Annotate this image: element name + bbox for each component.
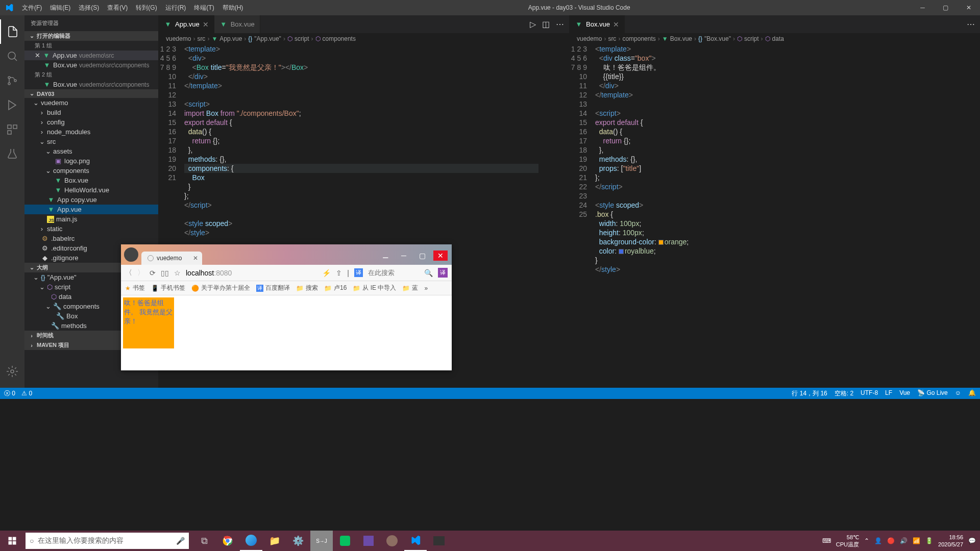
menu-help[interactable]: 帮助(H) bbox=[218, 4, 248, 12]
status-warnings[interactable]: ⚠ 0 bbox=[21, 390, 32, 397]
settings-gear-icon[interactable] bbox=[0, 359, 24, 384]
bookmark-contest[interactable]: 🟠关于举办第十届全 bbox=[191, 284, 250, 292]
browser-maximize[interactable]: ▢ bbox=[415, 251, 429, 261]
search-icon[interactable]: 🔍 bbox=[424, 269, 433, 277]
tab-app-vue[interactable]: ▼App.vue✕ bbox=[159, 15, 214, 33]
browser-search-input[interactable] bbox=[368, 269, 419, 277]
open-editor-box-vue-2[interactable]: ▼Box.vuevuedemo\src\components bbox=[24, 80, 158, 89]
tray-keyboard-icon[interactable]: ⌨ bbox=[822, 537, 831, 544]
folder-node-modules[interactable]: ›node_modules bbox=[24, 127, 158, 137]
run-icon[interactable]: ▷ bbox=[530, 19, 536, 29]
minimap[interactable] bbox=[949, 44, 980, 388]
status-bell-icon[interactable]: 🔔 bbox=[968, 389, 976, 398]
more-icon[interactable]: ⋯ bbox=[967, 19, 975, 29]
browser-pin-icon[interactable]: ⚊ bbox=[378, 251, 393, 261]
status-feedback-icon[interactable]: ☺ bbox=[955, 389, 961, 398]
file-app-copy-vue[interactable]: ▼App copy.vue bbox=[24, 195, 158, 205]
taskbar-terminal-icon[interactable] bbox=[428, 531, 450, 551]
breadcrumbs-1[interactable]: vuedemo› src› ▼App.vue› {}"App.vue"› ⬡sc… bbox=[159, 33, 569, 44]
bookmark-overflow-icon[interactable]: » bbox=[424, 285, 428, 292]
browser-reload-icon[interactable]: ⟳ bbox=[150, 269, 156, 277]
bookmark-search[interactable]: 📁搜索 bbox=[296, 284, 318, 292]
taskbar-avatar-icon[interactable] bbox=[381, 531, 403, 551]
extensions-icon[interactable] bbox=[0, 117, 24, 142]
tray-notification-icon[interactable]: 💬 bbox=[968, 537, 976, 544]
folder-vuedemo[interactable]: ⌄vuedemo bbox=[24, 98, 158, 108]
browser-reading-icon[interactable]: ▯▯ bbox=[161, 269, 169, 277]
file-helloworld-vue[interactable]: ▼HelloWorld.vue bbox=[24, 185, 158, 195]
file-main-js[interactable]: JSmain.js bbox=[24, 214, 158, 224]
folder-components[interactable]: ⌄components bbox=[24, 166, 158, 176]
file-app-vue[interactable]: ▼App.vue bbox=[24, 205, 158, 214]
task-view-icon[interactable]: ⧉ bbox=[193, 531, 215, 551]
tray-wifi-icon[interactable]: 📶 bbox=[913, 537, 920, 544]
bookmark-baidu[interactable]: 译百度翻译 bbox=[256, 284, 290, 292]
taskbar-wechat-icon[interactable] bbox=[334, 531, 356, 551]
close-button[interactable]: ✕ bbox=[957, 0, 980, 15]
bookmark-star[interactable]: ★书签 bbox=[125, 284, 145, 292]
testing-icon[interactable] bbox=[0, 142, 24, 166]
breadcrumbs-2[interactable]: vuedemo› src› components› ▼Box.vue› {}"B… bbox=[570, 33, 980, 44]
open-editor-box-vue[interactable]: ▼Box.vuevuedemo\src\components bbox=[24, 60, 158, 70]
folder-build[interactable]: ›build bbox=[24, 108, 158, 117]
bookmark-ie-import[interactable]: 📁从 IE 中导入 bbox=[353, 284, 396, 292]
taskbar-app2-icon[interactable] bbox=[357, 531, 380, 551]
browser-tab[interactable]: vuedemo ✕ bbox=[141, 252, 202, 265]
run-debug-icon[interactable] bbox=[0, 93, 24, 117]
tray-clock[interactable]: 18:562020/5/27 bbox=[938, 534, 963, 548]
share-icon[interactable]: ⇪ bbox=[336, 269, 342, 277]
more-icon[interactable]: ⋯ bbox=[556, 19, 564, 29]
taskbar-browser-icon[interactable] bbox=[240, 531, 262, 551]
source-control-icon[interactable] bbox=[0, 68, 24, 93]
bookmark-blue[interactable]: 📁蓝 bbox=[402, 284, 418, 292]
file-logo-png[interactable]: ▣logo.png bbox=[24, 156, 158, 166]
close-icon[interactable]: ✕ bbox=[203, 20, 209, 29]
menu-file[interactable]: 文件(F) bbox=[18, 4, 46, 12]
start-button[interactable] bbox=[0, 531, 24, 551]
tray-chevron-icon[interactable]: ⌃ bbox=[864, 537, 869, 544]
browser-close[interactable]: ✕ bbox=[433, 251, 448, 261]
project-header[interactable]: ⌄DAY03 bbox=[24, 89, 158, 98]
maximize-button[interactable]: ▢ bbox=[934, 0, 957, 15]
taskbar-chrome-icon[interactable] bbox=[216, 531, 239, 551]
menu-selection[interactable]: 选择(S) bbox=[75, 4, 103, 12]
open-editor-app-vue[interactable]: ✕▼App.vuevuedemo\src bbox=[24, 51, 158, 60]
status-encoding[interactable]: UTF-8 bbox=[861, 389, 878, 398]
minimize-button[interactable]: ─ bbox=[911, 0, 934, 15]
status-spaces[interactable]: 空格: 2 bbox=[835, 389, 853, 398]
menu-terminal[interactable]: 终端(T) bbox=[190, 4, 218, 12]
status-language[interactable]: Vue bbox=[899, 389, 910, 398]
status-golive[interactable]: 📡 Go Live bbox=[917, 389, 948, 398]
split-editor-icon[interactable]: ◫ bbox=[542, 19, 550, 29]
search-icon[interactable] bbox=[0, 44, 24, 68]
taskbar-app1-icon[interactable]: S→J bbox=[310, 531, 333, 551]
file-babelrc[interactable]: ⚙.babelrc bbox=[24, 234, 158, 243]
menu-view[interactable]: 查看(V) bbox=[103, 4, 132, 12]
folder-config[interactable]: ›config bbox=[24, 117, 158, 127]
taskbar-settings-icon[interactable]: ⚙️ bbox=[287, 531, 309, 551]
folder-assets[interactable]: ⌄assets bbox=[24, 146, 158, 156]
menu-run[interactable]: 运行(R) bbox=[161, 4, 190, 12]
browser-avatar[interactable] bbox=[124, 247, 138, 262]
tab-box-vue[interactable]: ▼Box.vue bbox=[214, 15, 260, 33]
tray-battery-icon[interactable]: 🔋 bbox=[925, 537, 933, 544]
browser-minimize[interactable]: ─ bbox=[397, 251, 411, 261]
browser-forward-icon[interactable]: 〉 bbox=[137, 268, 144, 278]
bookmark-mobile[interactable]: 📱手机书签 bbox=[151, 284, 185, 292]
status-cursor[interactable]: 行 14，列 16 bbox=[792, 389, 827, 398]
close-icon[interactable]: ✕ bbox=[613, 20, 619, 29]
tray-app-icon[interactable]: 🔴 bbox=[887, 537, 895, 544]
browser-back-icon[interactable]: 〈 bbox=[125, 268, 132, 278]
translate-icon[interactable]: 译 bbox=[354, 268, 363, 277]
status-errors[interactable]: ⓧ 0 bbox=[4, 389, 15, 398]
menu-edit[interactable]: 编辑(E) bbox=[46, 4, 75, 12]
mic-icon[interactable]: 🎤 bbox=[176, 537, 185, 545]
tab-box-vue-2[interactable]: ▼Box.vue✕ bbox=[570, 15, 625, 33]
tray-people-icon[interactable]: 👤 bbox=[874, 537, 882, 544]
tray-temp[interactable]: 58℃CPU温度 bbox=[836, 534, 859, 548]
folder-src[interactable]: ⌄src bbox=[24, 137, 158, 146]
minimap[interactable] bbox=[538, 44, 569, 388]
open-editors-header[interactable]: ⌄打开的编辑器 bbox=[24, 31, 158, 41]
browser-url[interactable]: localhost:8080 bbox=[186, 269, 317, 277]
bookmark-lu16[interactable]: 📁卢16 bbox=[324, 284, 347, 292]
